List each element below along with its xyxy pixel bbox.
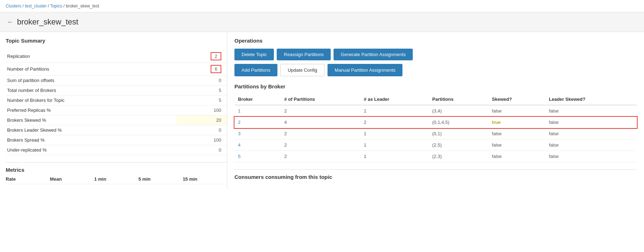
metrics-title: Metrics [6, 167, 227, 173]
row-label: Brokers Leader Skewed % [6, 125, 177, 135]
row-value: 20 [177, 115, 227, 125]
row-value: 0 [177, 145, 227, 155]
row-label: Replication [6, 50, 177, 63]
topic-summary-title: Topic Summary [6, 38, 227, 46]
page-title: broker_skew_test [17, 17, 78, 27]
metrics-section: Metrics Rate Mean 1 min 5 min 15 min [6, 162, 227, 184]
row-label: Brokers Skewed % [6, 115, 177, 125]
metrics-col-1min: 1 min [94, 176, 139, 182]
row-label: Brokers Spread % [6, 135, 177, 145]
col-as-leader: # as Leader [360, 94, 428, 105]
row-label: Sum of partition offsets [6, 76, 177, 86]
table-row: Preferred Replicas % 100 [6, 105, 227, 115]
row-value: 5 [177, 95, 227, 105]
metrics-col-rate: Rate [6, 176, 50, 182]
as-leader: 1 [360, 139, 428, 151]
skewed-value: true [488, 117, 545, 128]
skewed-value: false [488, 151, 545, 162]
num-partitions: 2 [281, 128, 360, 139]
broker-id[interactable]: 5 [234, 151, 281, 162]
as-leader: 1 [360, 105, 428, 117]
back-arrow-icon[interactable]: ← [7, 18, 13, 26]
replication-value: 2 [211, 52, 221, 60]
partitions-list: (0,1,4,5) [429, 117, 488, 128]
row-value: 6 [177, 63, 227, 76]
col-partitions: Partitions [429, 94, 488, 105]
delete-topic-button[interactable]: Delete Topic [234, 49, 274, 60]
table-row: Sum of partition offsets 0 [6, 76, 227, 86]
left-panel: Topic Summary Replication 2 Number of Pa… [0, 32, 227, 190]
broker-id[interactable]: 3 [234, 128, 281, 139]
table-row: Number of Partitions 6 [6, 63, 227, 76]
table-row: Total number of Brokers 5 [6, 86, 227, 95]
table-row: Number of Brokers for Topic 5 [6, 95, 227, 105]
num-partitions: 4 [281, 117, 360, 128]
skewed-value: false [488, 128, 545, 139]
row-label: Number of Partitions [6, 63, 177, 76]
col-num-partitions: # of Partitions [281, 94, 360, 105]
broker-id[interactable]: 4 [234, 139, 281, 151]
breadcrumb-clusters[interactable]: Clusters [6, 4, 21, 9]
leader-skewed-value: false [545, 117, 637, 128]
leader-skewed-value: false [545, 128, 637, 139]
consumers-section: Consumers consuming from this topic [234, 169, 637, 180]
broker-id[interactable]: 2 [234, 117, 281, 128]
breadcrumb-topics[interactable]: Topics [50, 4, 62, 9]
row-value: 100 [177, 105, 227, 115]
col-leader-skewed: Leader Skewed? [545, 94, 637, 105]
topic-summary-table: Replication 2 Number of Partitions 6 Sum… [6, 50, 227, 155]
leader-skewed-value: false [545, 151, 637, 162]
topic-summary-section: Topic Summary Replication 2 Number of Pa… [6, 38, 227, 155]
consumers-title: Consumers consuming from this topic [234, 174, 637, 180]
broker-id[interactable]: 1 [234, 105, 281, 117]
table-row: 1 2 1 (3,4) false false [234, 105, 637, 117]
row-value: 2 [177, 50, 227, 63]
col-skewed: Skewed? [488, 94, 545, 105]
num-partitions: 2 [281, 139, 360, 151]
as-leader: 1 [360, 128, 428, 139]
skewed-value: false [488, 139, 545, 151]
table-row: 3 2 1 (0,1) false false [234, 128, 637, 139]
row-value: 0 [177, 125, 227, 135]
table-row: 4 2 1 (2,5) false false [234, 139, 637, 151]
table-header-row: Broker # of Partitions # as Leader Parti… [234, 94, 637, 105]
generate-partition-assignments-button[interactable]: Generate Partition Assignments [334, 49, 413, 60]
partitions-list: (0,1) [429, 128, 488, 139]
partitions-list: (2,3) [429, 151, 488, 162]
metrics-header: Rate Mean 1 min 5 min 15 min [6, 176, 227, 184]
partitions-value: 6 [211, 65, 221, 73]
num-partitions: 2 [281, 105, 360, 117]
table-row: Under-replicated % 0 [6, 145, 227, 155]
row-value: 100 [177, 135, 227, 145]
row-label: Number of Brokers for Topic [6, 95, 177, 105]
skewed-value: false [488, 105, 545, 117]
metrics-col-mean: Mean [50, 176, 94, 182]
table-row: Brokers Leader Skewed % 0 [6, 125, 227, 135]
table-row: 5 2 1 (2,3) false false [234, 151, 637, 162]
breadcrumb-cluster[interactable]: test_cluster [25, 4, 47, 9]
main-content: Topic Summary Replication 2 Number of Pa… [0, 32, 644, 190]
table-row: Replication 2 [6, 50, 227, 63]
row-label: Total number of Brokers [6, 86, 177, 95]
operations-title: Operations [234, 38, 637, 44]
page-header: ← broker_skew_test [0, 12, 644, 32]
table-row: Brokers Skewed % 20 [6, 115, 227, 125]
as-leader: 1 [360, 151, 428, 162]
operations-row2: Add Partitions Update Config Manual Part… [234, 64, 637, 76]
update-config-button[interactable]: Update Config [280, 64, 325, 76]
operations-row1: Delete Topic Reassign Partitions Generat… [234, 49, 637, 60]
reassign-partitions-button[interactable]: Reassign Partitions [277, 49, 331, 60]
metrics-col-5min: 5 min [139, 176, 183, 182]
breadcrumb: Clusters / test_cluster / Topics / broke… [0, 0, 644, 12]
add-partitions-button[interactable]: Add Partitions [234, 64, 277, 76]
row-label: Under-replicated % [6, 145, 177, 155]
partitions-by-broker-section: Partitions by Broker Broker # of Partiti… [234, 83, 637, 162]
num-partitions: 2 [281, 151, 360, 162]
right-panel: Operations Delete Topic Reassign Partiti… [227, 32, 644, 190]
table-row-skewed: 2 4 2 (0,1,4,5) true false [234, 117, 637, 128]
as-leader: 2 [360, 117, 428, 128]
partitions-table: Broker # of Partitions # as Leader Parti… [234, 94, 637, 162]
row-value: 0 [177, 76, 227, 86]
manual-partition-assignments-button[interactable]: Manual Partition Assignments [328, 64, 402, 76]
leader-skewed-value: false [545, 139, 637, 151]
